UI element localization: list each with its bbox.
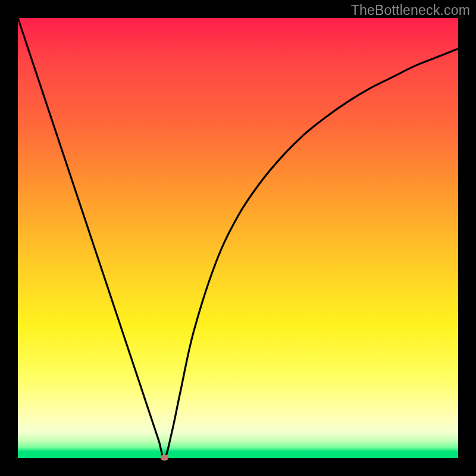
bottleneck-curve	[18, 18, 458, 458]
watermark-text: TheBottleneck.com	[351, 2, 470, 18]
chart-frame: TheBottleneck.com	[0, 0, 476, 476]
minimum-marker	[161, 455, 168, 461]
plot-area	[18, 18, 458, 458]
